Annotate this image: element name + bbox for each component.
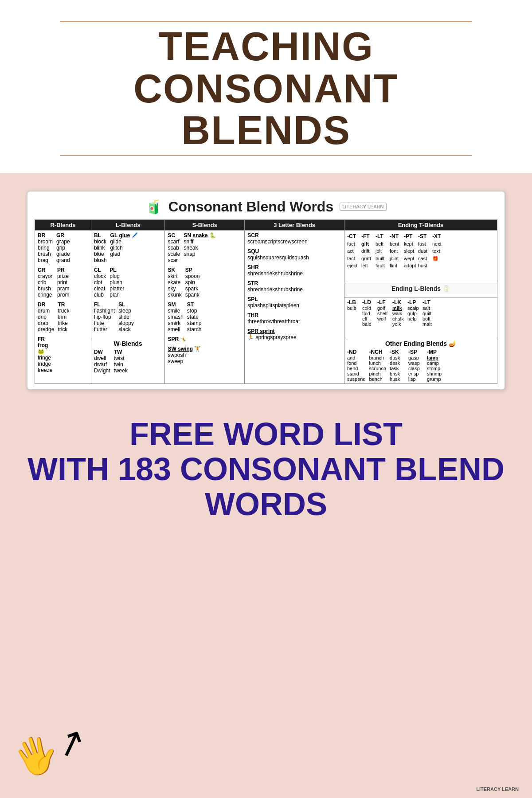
l-blends-cell: BL blockblinkblueblush GL glue 🖊️ glideg… <box>91 230 165 338</box>
blend-table: R-Blends L-Blends S-Blends 3 Letter Blen… <box>35 219 497 384</box>
pointer-hand-icon: 🖐️↗ <box>8 718 92 782</box>
ending-t-blends-cell: -CT factacttacteject -FT giftdriftgraftl… <box>344 230 497 283</box>
col-header-ending-t: Ending T-Blends <box>344 219 497 230</box>
literacy-learn-logo: LITERACY LEARN <box>340 203 386 211</box>
word-list-card: 🧃 Consonant Blend Words LITERACY LEARN R… <box>27 191 505 390</box>
literacy-learn-bottom-logo: LITERACY LEARN <box>476 786 519 792</box>
title-line-bottom <box>60 155 472 156</box>
col-header-s-blends: S-Blends <box>165 219 245 230</box>
card-header: 🧃 Consonant Blend Words LITERACY LEARN <box>35 199 497 215</box>
ending-l-blends-header: Ending L-Blends 🥛 <box>344 283 497 297</box>
s-blends-cell: SC scarfscabscalescar SN snake 🐍 sniffsn… <box>165 230 245 383</box>
col-header-3letter: 3 Letter Blends <box>245 219 344 230</box>
bottom-text: FREE WORD LIST WITH 183 CONSONANT BLEND … <box>27 417 505 522</box>
w-blends-cell: W-Blends DW dwelldwarfDwight TW twisttwi… <box>91 338 165 383</box>
bottom-section: 🖐️↗ FREE WORD LIST WITH 183 CONSONANT BL… <box>0 403 532 798</box>
blender-icon: 🧃 <box>145 199 162 215</box>
top-section: TEACHING CONSONANT BLENDS <box>0 0 532 173</box>
col-header-l-blends: L-Blends <box>91 219 165 230</box>
main-title: TEACHING CONSONANT BLENDS <box>133 26 399 152</box>
card-title: Consonant Blend Words <box>168 199 333 215</box>
r-blends-cell: BR broombringbrushbrag GR grapegripgrade… <box>35 230 91 383</box>
other-ending-blends-cell: Other Ending Blends 🪔 -ND andfondbendsta… <box>344 338 497 383</box>
ending-l-blends-content: -LB bulb -LD coldfoldelfbald -LF golfshe… <box>344 297 497 338</box>
3letter-blends-cell: SCR screamscriptscrewscreen SQU squishsq… <box>245 230 344 383</box>
col-header-r-blends: R-Blends <box>35 219 91 230</box>
middle-section: 🧃 Consonant Blend Words LITERACY LEARN R… <box>0 173 532 403</box>
title-line-top <box>60 21 472 22</box>
